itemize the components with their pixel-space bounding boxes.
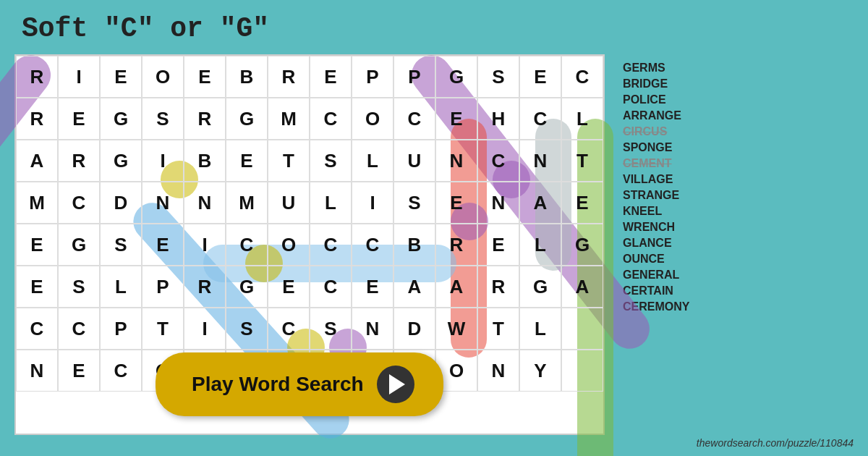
cell-0-0: R xyxy=(16,56,58,98)
cell-4-0: E xyxy=(16,224,58,266)
cell-5-7: C xyxy=(310,266,352,308)
cell-0-1: I xyxy=(58,56,100,98)
cell-6-2: P xyxy=(100,308,142,350)
cell-4-13: G xyxy=(561,224,603,266)
cell-4-7: C xyxy=(310,224,352,266)
cell-2-4: B xyxy=(184,140,226,182)
cell-6-10: W xyxy=(435,308,477,350)
cell-3-3: N xyxy=(142,182,184,224)
cell-6-13 xyxy=(561,308,603,350)
word-item-certain: CERTAIN xyxy=(623,284,695,297)
cell-1-8: O xyxy=(352,98,393,140)
cell-4-5: C xyxy=(226,224,268,266)
cell-1-3: S xyxy=(142,98,184,140)
cell-5-11: R xyxy=(477,266,519,308)
cell-6-1: C xyxy=(58,308,100,350)
cell-5-6: E xyxy=(268,266,310,308)
word-item-germs: GERMS xyxy=(623,62,695,75)
cell-2-12: N xyxy=(519,140,561,182)
cell-3-8: I xyxy=(352,182,393,224)
word-item-bridge: BRIDGE xyxy=(623,77,695,90)
cell-6-0: C xyxy=(16,308,58,350)
cell-0-7: E xyxy=(310,56,352,98)
cell-6-12: L xyxy=(519,308,561,350)
cell-3-12: A xyxy=(519,182,561,224)
cell-5-4: R xyxy=(184,266,226,308)
cell-6-4: I xyxy=(184,308,226,350)
word-item-strange: STRANGE xyxy=(623,189,695,202)
cell-0-2: E xyxy=(100,56,142,98)
cell-2-9: U xyxy=(393,140,435,182)
word-item-sponge: SPONGE xyxy=(623,141,695,154)
cell-3-13: E xyxy=(561,182,603,224)
cell-5-8: E xyxy=(352,266,393,308)
cell-3-5: M xyxy=(226,182,268,224)
cell-4-9: B xyxy=(393,224,435,266)
cell-3-6: U xyxy=(268,182,310,224)
cell-1-12: C xyxy=(519,98,561,140)
cell-5-3: P xyxy=(142,266,184,308)
cell-3-11: N xyxy=(477,182,519,224)
cell-4-11: E xyxy=(477,224,519,266)
cell-5-9: A xyxy=(393,266,435,308)
cell-4-6: O xyxy=(268,224,310,266)
cell-7-1: E xyxy=(58,350,100,392)
cell-2-1: R xyxy=(58,140,100,182)
cell-0-4: E xyxy=(184,56,226,98)
cell-0-6: R xyxy=(268,56,310,98)
cell-4-12: L xyxy=(519,224,561,266)
cell-4-3: E xyxy=(142,224,184,266)
cell-3-9: S xyxy=(393,182,435,224)
word-item-police: POLICE xyxy=(623,93,695,106)
cell-2-10: N xyxy=(435,140,477,182)
word-item-kneel: KNEEL xyxy=(623,205,695,218)
cell-3-2: D xyxy=(100,182,142,224)
cell-2-8: L xyxy=(352,140,393,182)
cell-2-2: G xyxy=(100,140,142,182)
cell-7-13 xyxy=(561,350,603,392)
cell-5-2: L xyxy=(100,266,142,308)
cell-4-10: R xyxy=(435,224,477,266)
cell-4-4: I xyxy=(184,224,226,266)
cell-3-10: E xyxy=(435,182,477,224)
cell-0-13: C xyxy=(561,56,603,98)
play-word-search-button[interactable]: Play Word Search xyxy=(156,352,443,416)
word-item-glance: GLANCE xyxy=(623,237,695,250)
cell-6-11: T xyxy=(477,308,519,350)
cell-5-10: A xyxy=(435,266,477,308)
cell-7-0: N xyxy=(16,350,58,392)
cell-1-4: R xyxy=(184,98,226,140)
play-arrow-icon xyxy=(389,374,405,394)
cell-7-2: C xyxy=(100,350,142,392)
cell-2-6: T xyxy=(268,140,310,182)
cell-2-5: E xyxy=(226,140,268,182)
cell-5-5: G xyxy=(226,266,268,308)
cell-1-2: G xyxy=(100,98,142,140)
cell-0-5: B xyxy=(226,56,268,98)
cell-3-0: M xyxy=(16,182,58,224)
word-item-village: VILLAGE xyxy=(623,173,695,186)
cell-5-1: S xyxy=(58,266,100,308)
cell-6-6: C xyxy=(268,308,310,350)
cell-7-12: Y xyxy=(519,350,561,392)
cell-1-9: C xyxy=(393,98,435,140)
cell-4-1: G xyxy=(58,224,100,266)
cell-1-5: G xyxy=(226,98,268,140)
cell-1-1: E xyxy=(58,98,100,140)
word-item-wrench: WRENCH xyxy=(623,221,695,234)
cell-3-4: N xyxy=(184,182,226,224)
cell-0-9: P xyxy=(393,56,435,98)
cell-5-12: G xyxy=(519,266,561,308)
cell-1-7: C xyxy=(310,98,352,140)
cell-6-5: S xyxy=(226,308,268,350)
play-button-label: Play Word Search xyxy=(192,373,364,396)
cell-0-12: E xyxy=(519,56,561,98)
word-list: GERMSBRIDGEPOLICEARRANGECIRCUSSPONGECEME… xyxy=(612,54,706,435)
cell-6-8: N xyxy=(352,308,393,350)
cell-1-10: E xyxy=(435,98,477,140)
cell-1-6: M xyxy=(268,98,310,140)
cell-2-7: S xyxy=(310,140,352,182)
word-item-ounce: OUNCE xyxy=(623,253,695,266)
cell-6-9: D xyxy=(393,308,435,350)
word-item-arrange: ARRANGE xyxy=(623,109,695,122)
